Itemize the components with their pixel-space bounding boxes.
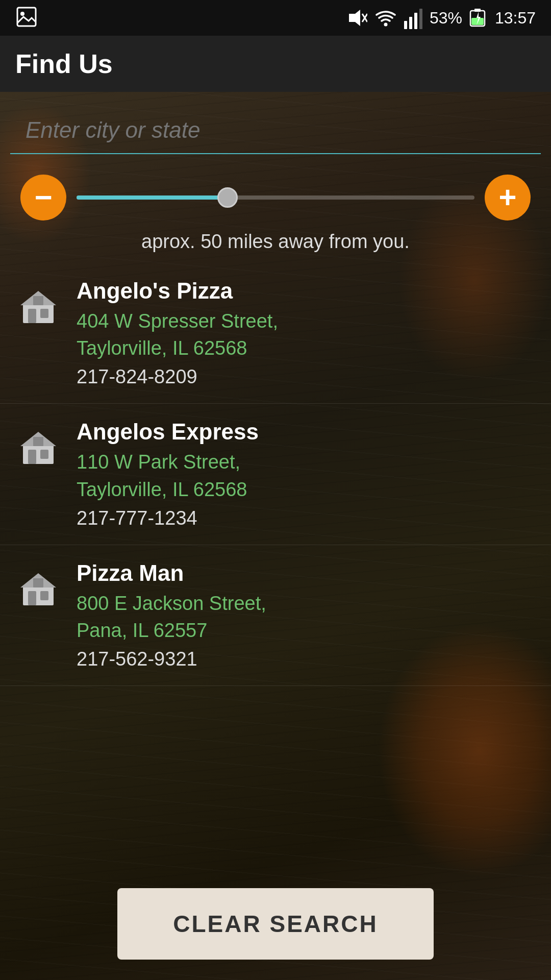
store-icon-1 <box>15 283 61 329</box>
mute-icon <box>345 7 367 29</box>
decrement-button[interactable]: − <box>20 175 66 220</box>
svg-rect-26 <box>40 591 48 600</box>
svg-rect-9 <box>419 9 422 29</box>
location-name-2: Angelos Express <box>77 419 536 445</box>
svg-rect-8 <box>414 13 417 29</box>
distance-label: aprox. 50 miles away from you. <box>0 226 551 263</box>
location-list: Angelo's Pizza 404 W Spresser Street,Tay… <box>0 263 551 873</box>
main-content: − + aprox. 50 miles away from you. <box>0 92 551 980</box>
location-phone-3: 217-562-9321 <box>77 648 536 670</box>
svg-point-5 <box>384 23 387 27</box>
store-icon-svg-3 <box>18 568 59 609</box>
svg-rect-18 <box>33 296 43 305</box>
status-bar: 53% 13:57 <box>0 0 551 36</box>
svg-rect-23 <box>33 437 43 446</box>
location-phone-2: 217-777-1234 <box>77 507 536 529</box>
page-title: Find Us <box>15 48 113 79</box>
location-item-2[interactable]: Angelos Express 110 W Park Street,Taylor… <box>0 404 551 545</box>
svg-rect-21 <box>40 450 48 459</box>
location-address-1: 404 W Spresser Street,Taylorville, IL 62… <box>77 308 536 362</box>
store-icon-svg-2 <box>18 427 59 468</box>
store-icon-svg <box>18 286 59 327</box>
location-phone-1: 217-824-8209 <box>77 366 536 388</box>
battery-text: 53% <box>430 9 462 28</box>
svg-rect-0 <box>17 8 36 26</box>
minus-icon: − <box>34 182 52 213</box>
slider-container: − + <box>0 154 551 226</box>
status-icons: 53% 13:57 <box>345 7 536 29</box>
svg-rect-6 <box>404 21 407 29</box>
location-info-1: Angelo's Pizza 404 W Spresser Street,Tay… <box>77 278 536 388</box>
header: Find Us <box>0 36 551 92</box>
plus-icon: + <box>498 182 516 213</box>
svg-point-1 <box>20 12 24 16</box>
location-name-3: Pizza Man <box>77 560 536 586</box>
svg-rect-16 <box>40 309 48 318</box>
search-container[interactable] <box>10 102 541 154</box>
store-icon-2 <box>15 424 61 470</box>
svg-rect-25 <box>28 591 36 605</box>
slider-track[interactable] <box>77 195 474 200</box>
location-address-2: 110 W Park Street,Taylorville, IL 62568 <box>77 449 536 503</box>
svg-rect-24 <box>23 586 54 605</box>
status-bar-left <box>15 6 38 30</box>
svg-rect-20 <box>28 450 36 464</box>
store-icon-3 <box>15 566 61 611</box>
location-info-3: Pizza Man 800 E Jackson Street,Pana, IL … <box>77 560 536 670</box>
svg-rect-11 <box>474 9 481 12</box>
clear-search-label: CLEAR SEARCH <box>173 910 378 938</box>
slider-thumb[interactable] <box>217 187 238 208</box>
time-text: 13:57 <box>495 9 536 28</box>
wifi-icon <box>374 7 397 29</box>
location-name-1: Angelo's Pizza <box>77 278 536 304</box>
location-info-2: Angelos Express 110 W Park Street,Taylor… <box>77 419 536 529</box>
svg-rect-19 <box>23 445 54 464</box>
svg-rect-7 <box>409 17 412 29</box>
location-address-3: 800 E Jackson Street,Pana, IL 62557 <box>77 590 536 644</box>
location-item-3[interactable]: Pizza Man 800 E Jackson Street,Pana, IL … <box>0 545 551 686</box>
svg-rect-28 <box>33 578 43 587</box>
battery-icon <box>469 7 488 29</box>
svg-rect-14 <box>23 304 54 323</box>
svg-rect-15 <box>28 309 36 323</box>
clear-search-button[interactable]: CLEAR SEARCH <box>117 888 434 960</box>
location-item-1[interactable]: Angelo's Pizza 404 W Spresser Street,Tay… <box>0 263 551 404</box>
svg-marker-2 <box>349 10 360 26</box>
increment-button[interactable]: + <box>485 175 531 220</box>
slider-fill <box>77 195 228 200</box>
search-input[interactable] <box>26 117 525 143</box>
signal-icon <box>404 7 422 29</box>
image-icon <box>15 6 38 28</box>
